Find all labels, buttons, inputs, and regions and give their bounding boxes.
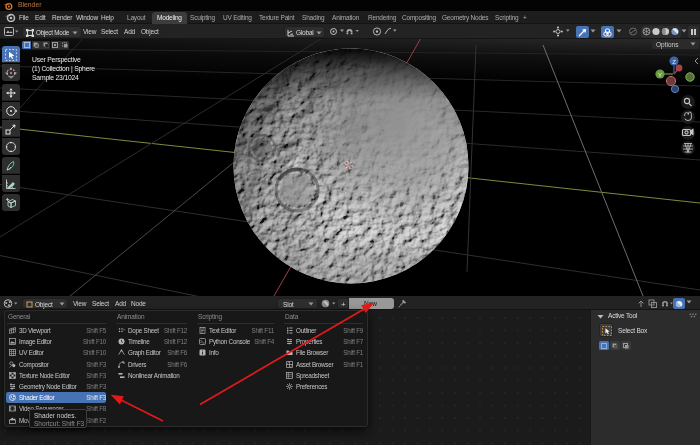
svg-text:Y: Y bbox=[658, 72, 662, 78]
svg-text:Z: Z bbox=[672, 59, 676, 65]
